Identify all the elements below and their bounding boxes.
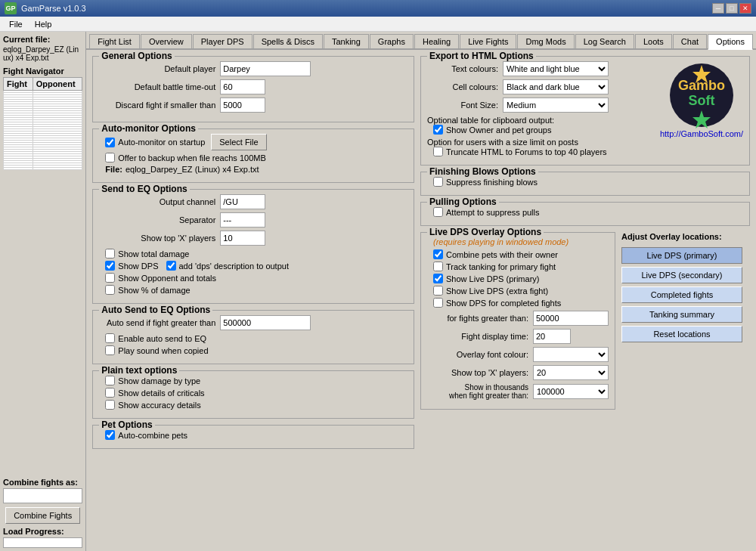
logo-link[interactable]: http://GamboSoft.com/ — [660, 129, 743, 138]
left-panel: Current file: eqlog_Darpey_EZ (Linux) x4… — [0, 32, 86, 551]
cell-colours-select[interactable]: Black and dark blue — [503, 79, 609, 94]
add-dps-desc-checkbox[interactable] — [166, 261, 176, 271]
backup-checkbox[interactable] — [105, 153, 115, 163]
battle-timeout-input[interactable] — [220, 79, 265, 94]
combine-pets-checkbox[interactable] — [433, 249, 443, 259]
show-dps-completed-checkbox[interactable] — [433, 298, 443, 308]
show-live-dps-extra-checkbox[interactable] — [433, 286, 443, 296]
completed-fights-button[interactable]: Completed fights — [621, 286, 742, 303]
tab-log-search[interactable]: Log Search — [575, 34, 634, 48]
options-left-col: General Options Default player Default b… — [92, 56, 414, 545]
menu-file[interactable]: File — [3, 18, 29, 30]
main-layout: Current file: eqlog_Darpey_EZ (Linux) x4… — [0, 32, 756, 551]
separator-label: Separator — [99, 215, 220, 224]
menu-help[interactable]: Help — [29, 18, 58, 30]
auto-combine-pets-checkbox[interactable] — [105, 430, 115, 440]
file-label: File: — [105, 165, 122, 174]
play-sound-checkbox[interactable] — [105, 345, 115, 355]
combine-pets-label: Combine pets with their owner — [446, 250, 558, 259]
show-thousands-select[interactable]: 100000 — [533, 384, 609, 399]
pet-options-title: Pet Options — [99, 419, 154, 430]
send-eq-title: Send to EQ Options — [99, 184, 189, 194]
suppress-pulls-checkbox[interactable] — [433, 207, 443, 217]
show-total-row: Show total damage — [99, 249, 407, 258]
show-top-label: Show top 'X' players — [99, 234, 220, 243]
show-top-input[interactable] — [220, 231, 265, 246]
svg-text:Soft: Soft — [688, 93, 714, 108]
maximize-button[interactable]: □ — [726, 3, 738, 14]
output-channel-input[interactable] — [220, 194, 265, 209]
finishing-blows-title: Finishing Blows Options — [427, 166, 538, 177]
fight-table: Fight Opponent — [3, 77, 82, 170]
enable-auto-send-label: Enable auto send to EQ — [118, 334, 206, 343]
overlay-font-select[interactable] — [533, 347, 609, 362]
tab-fight-list[interactable]: Fight List — [89, 34, 140, 48]
tab-spells-discs[interactable]: Spells & Discs — [253, 34, 323, 48]
tab-options[interactable]: Options — [708, 34, 753, 50]
text-colours-label: Text colours: — [427, 64, 503, 73]
general-options-title: General Options — [99, 51, 174, 61]
select-file-button[interactable]: Select File — [211, 134, 266, 150]
tab-chat[interactable]: Chat — [673, 34, 707, 48]
combine-fights-button[interactable]: Combine Fights — [5, 507, 80, 524]
tanking-summary-button[interactable]: Tanking summary — [621, 306, 742, 323]
fight-display-row: Fight display time: — [427, 329, 609, 344]
track-tanking-checkbox[interactable] — [433, 262, 443, 271]
truncate-checkbox[interactable] — [433, 147, 443, 156]
title-bar-controls: ─ □ ✕ — [712, 3, 751, 14]
table-row[interactable] — [4, 168, 82, 170]
show-opponent-checkbox[interactable] — [105, 273, 115, 283]
show-live-dps-primary-checkbox[interactable] — [433, 274, 443, 283]
tab-live-fights[interactable]: Live Fights — [460, 34, 516, 48]
export-html-group: Export to HTML Options Text colours: Whi… — [420, 56, 750, 166]
live-dps-secondary-button[interactable]: Live DPS (secondary) — [621, 267, 742, 283]
show-criticals-label: Show details of criticals — [118, 388, 204, 398]
live-dps-primary-button[interactable]: Live DPS (primary) — [621, 247, 742, 264]
truncate-row: Truncate HTML to Forums to top 40 player… — [427, 147, 652, 156]
show-percent-checkbox[interactable] — [105, 285, 115, 295]
close-button[interactable]: ✕ — [739, 3, 751, 14]
show-damage-type-checkbox[interactable] — [105, 376, 115, 385]
tab-graphs[interactable]: Graphs — [370, 34, 414, 48]
fight-display-label: Fight display time: — [427, 332, 533, 341]
pet-options-group: Pet Options Auto-combine pets — [92, 425, 414, 449]
svg-text:Gambo: Gambo — [678, 78, 725, 93]
tab-player-dps[interactable]: Player DPS — [193, 34, 253, 48]
show-percent-label: Show % of damage — [118, 286, 190, 295]
finishing-blows-group: Finishing Blows Options Suppress finishi… — [420, 172, 750, 196]
tab-dmg-mods[interactable]: Dmg Mods — [517, 34, 574, 48]
show-dps-checkbox[interactable] — [105, 261, 115, 271]
discard-fight-input[interactable] — [220, 98, 265, 113]
battle-timeout-label: Default battle time-out — [99, 82, 220, 91]
combine-input[interactable] — [3, 488, 82, 503]
default-player-input[interactable] — [220, 61, 311, 76]
minimize-button[interactable]: ─ — [712, 3, 724, 14]
show-criticals-checkbox[interactable] — [105, 388, 115, 398]
tab-tanking[interactable]: Tanking — [324, 34, 369, 48]
show-owner-checkbox[interactable] — [433, 125, 443, 135]
for-fights-input[interactable] — [533, 311, 609, 326]
file-name: eqlog_Darpey_EZ (Linux) x4 Exp.txt — [125, 165, 259, 174]
show-top-players-select[interactable]: 20 — [533, 365, 609, 380]
enable-auto-send-checkbox[interactable] — [105, 333, 115, 343]
gambo-soft-logo: Gambo Soft — [664, 61, 739, 129]
suppress-blows-row: Suppress finishing blows — [427, 177, 743, 187]
auto-send-input[interactable] — [220, 315, 311, 330]
enable-auto-send-row: Enable auto send to EQ — [99, 333, 407, 343]
auto-monitor-startup-checkbox[interactable] — [105, 138, 115, 147]
right-panel: Fight List Overview Player DPS Spells & … — [86, 32, 756, 551]
font-size-select[interactable]: Medium — [503, 98, 609, 113]
show-accuracy-checkbox[interactable] — [105, 400, 115, 410]
reset-locations-button[interactable]: Reset locations — [621, 326, 742, 342]
show-total-checkbox[interactable] — [105, 249, 115, 258]
suppress-blows-checkbox[interactable] — [433, 177, 443, 187]
text-colours-select[interactable]: White and light blue — [503, 61, 609, 76]
separator-input[interactable] — [220, 212, 265, 228]
show-thousands-label: Show in thousandswhen fight greater than… — [427, 383, 533, 400]
tab-overview[interactable]: Overview — [141, 34, 192, 48]
tab-healing[interactable]: Healing — [414, 34, 459, 48]
tab-loots[interactable]: Loots — [635, 34, 672, 48]
show-owner-row: Show Owner and pet groups — [427, 125, 652, 135]
show-total-label: Show total damage — [118, 249, 189, 258]
fight-display-input[interactable] — [533, 329, 571, 344]
